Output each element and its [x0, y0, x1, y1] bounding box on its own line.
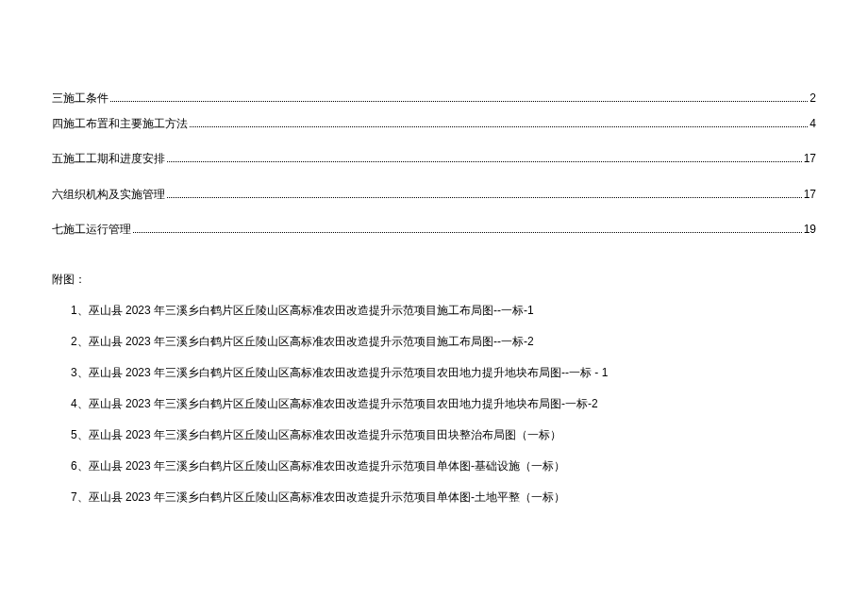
toc-entry: 五施工工期和进度安排 17: [52, 150, 816, 168]
toc-page-number: 19: [804, 221, 816, 239]
toc-page-number: 4: [810, 115, 816, 133]
toc-page-number: 2: [810, 90, 816, 108]
toc-page-number: 17: [804, 186, 816, 204]
attachment-list: 1、巫山县 2023 年三溪乡白鹤片区丘陵山区高标准农田改造提升示范项目施工布局…: [52, 302, 816, 506]
toc-entry: 三施工条件 2: [52, 90, 816, 108]
toc-title: 三施工条件: [52, 90, 108, 108]
toc-leader-dots: [110, 101, 808, 102]
attachment-item: 6、巫山县 2023 年三溪乡白鹤片区丘陵山区高标准农田改造提升示范项目单体图-…: [71, 457, 816, 474]
attachment-item: 4、巫山县 2023 年三溪乡白鹤片区丘陵山区高标准农田改造提升示范项目农田地力…: [71, 395, 816, 412]
table-of-contents: 三施工条件 2 四施工布置和主要施工方法 4 五施工工期和进度安排 17 六组织…: [52, 90, 816, 239]
toc-entry: 七施工运行管理 19: [52, 221, 816, 239]
toc-entry: 六组织机构及实施管理 17: [52, 186, 816, 204]
toc-leader-dots: [133, 232, 802, 233]
attachment-section: 附图： 1、巫山县 2023 年三溪乡白鹤片区丘陵山区高标准农田改造提升示范项目…: [52, 272, 816, 506]
toc-title: 四施工布置和主要施工方法: [52, 115, 188, 133]
attachment-item: 2、巫山县 2023 年三溪乡白鹤片区丘陵山区高标准农田改造提升示范项目施工布局…: [71, 333, 816, 350]
attachment-item: 3、巫山县 2023 年三溪乡白鹤片区丘陵山区高标准农田改造提升示范项目农田地力…: [71, 364, 816, 381]
toc-leader-dots: [167, 161, 802, 162]
attachment-header: 附图：: [52, 272, 816, 288]
toc-title: 六组织机构及实施管理: [52, 186, 165, 204]
toc-leader-dots: [167, 197, 802, 198]
attachment-item: 1、巫山县 2023 年三溪乡白鹤片区丘陵山区高标准农田改造提升示范项目施工布局…: [71, 302, 816, 319]
toc-page-number: 17: [804, 150, 816, 168]
attachment-item: 5、巫山县 2023 年三溪乡白鹤片区丘陵山区高标准农田改造提升示范项目田块整治…: [71, 426, 816, 443]
attachment-item: 7、巫山县 2023 年三溪乡白鹤片区丘陵山区高标准农田改造提升示范项目单体图-…: [71, 489, 816, 506]
toc-entry: 四施工布置和主要施工方法 4: [52, 115, 816, 133]
toc-title: 五施工工期和进度安排: [52, 150, 165, 168]
toc-title: 七施工运行管理: [52, 221, 131, 239]
toc-leader-dots: [190, 126, 808, 127]
